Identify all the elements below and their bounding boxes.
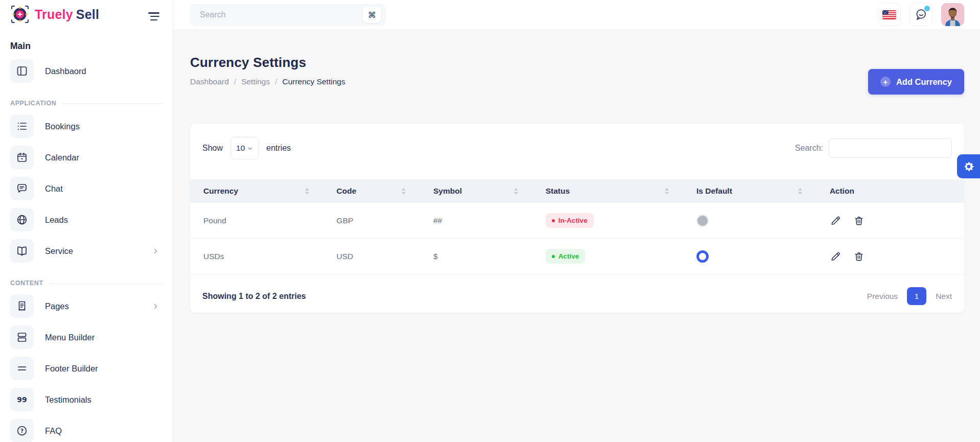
sidebar-item-leads[interactable]: Leads xyxy=(10,208,164,231)
status-dot-icon xyxy=(552,255,555,258)
breadcrumb: Dashboard/Settings/Currency Settings xyxy=(190,77,345,86)
gear-icon xyxy=(963,161,974,172)
main-content: Currency Settings Dashboard/Settings/Cur… xyxy=(173,29,980,442)
column-header-currency[interactable]: Currency xyxy=(190,179,323,203)
page-number-1[interactable]: 1 xyxy=(907,287,926,305)
status-cell: In-Active xyxy=(532,203,683,239)
dashboard-icon xyxy=(10,59,34,83)
breadcrumb-separator: / xyxy=(275,77,277,86)
sidebar-section-application: APPLICATION xyxy=(10,100,164,107)
table-search-label: Search: xyxy=(795,144,823,153)
svg-text:?: ? xyxy=(20,428,24,434)
sidebar-item-service[interactable]: Service xyxy=(10,239,164,263)
chevron-right-icon xyxy=(152,247,159,255)
breadcrumb-separator: / xyxy=(234,77,236,86)
sidebar-item-label: Leads xyxy=(45,215,68,225)
brand-name-secondary: Sell xyxy=(76,7,99,21)
sidebar-item-menu-builder[interactable]: Menu Builder xyxy=(10,325,164,349)
column-header-label: Code xyxy=(337,187,357,195)
sidebar-item-label: FAQ xyxy=(45,426,62,436)
global-search-input[interactable] xyxy=(200,10,363,19)
is-default-cell xyxy=(683,203,816,239)
table-body: PoundGBP##In-ActiveUSDsUSD$Active xyxy=(190,203,964,274)
action-buttons xyxy=(830,203,964,238)
status-badge: In-Active xyxy=(546,213,594,228)
brand-logo[interactable]: TruelySell xyxy=(10,0,164,22)
testimonials-icon: 99 xyxy=(10,388,34,411)
sidebar-item-pages[interactable]: Pages xyxy=(10,294,164,318)
action-cell-wrap xyxy=(816,239,964,274)
language-flag-button[interactable] xyxy=(878,3,901,26)
sidebar-item-footer-builder[interactable]: Footer Builder xyxy=(10,357,164,380)
sidebar-item-label: Menu Builder xyxy=(45,333,95,342)
page-size-select[interactable]: 10 xyxy=(230,137,259,159)
svg-text:99: 99 xyxy=(17,396,27,404)
sidebar-item-faq[interactable]: ?FAQ xyxy=(10,419,164,442)
sidebar-item-label: Testimonials xyxy=(45,395,91,405)
edit-button[interactable] xyxy=(830,251,841,262)
calendar-icon xyxy=(10,146,34,169)
column-header-label: Status xyxy=(546,187,570,195)
brand-logo-icon xyxy=(10,5,30,24)
breadcrumb-link-dashboard[interactable]: Dashboard xyxy=(190,77,229,86)
add-currency-label: Add Currency xyxy=(896,77,952,87)
column-header-code[interactable]: Code xyxy=(323,179,420,203)
brand-name-primary: Truely xyxy=(35,7,73,21)
chevron-right-icon xyxy=(152,303,159,310)
column-header-symbol[interactable]: Symbol xyxy=(420,179,532,203)
messages-button[interactable] xyxy=(909,3,932,26)
section-label: APPLICATION xyxy=(10,100,56,107)
section-divider xyxy=(62,103,164,104)
sidebar-item-testimonials[interactable]: 99Testimonials xyxy=(10,388,164,411)
status-label: In-Active xyxy=(558,217,588,224)
user-avatar[interactable] xyxy=(941,3,964,26)
topbar: ⌘ xyxy=(173,0,980,29)
global-search: ⌘ xyxy=(190,4,386,26)
table-search-input[interactable] xyxy=(829,138,952,158)
sidebar-item-calendar[interactable]: Calendar xyxy=(10,146,164,169)
theme-settings-button[interactable] xyxy=(957,154,980,178)
currency-table: CurrencyCodeSymbolStatusIs DefaultAction… xyxy=(190,179,964,274)
sidebar-item-dashbaord[interactable]: Dashbaord xyxy=(10,59,164,83)
symbol-cell: $ xyxy=(420,239,532,274)
add-currency-button[interactable]: Add Currency xyxy=(868,69,964,95)
currency-cell: USDs xyxy=(190,239,323,274)
breadcrumb-link-settings[interactable]: Settings xyxy=(241,77,270,86)
delete-button[interactable] xyxy=(853,251,865,262)
entries-label: entries xyxy=(266,144,291,153)
column-header-is-default[interactable]: Is Default xyxy=(683,179,816,203)
code-cell: GBP xyxy=(323,203,420,239)
is-default-cell xyxy=(683,239,816,274)
section-divider xyxy=(50,283,164,284)
page-title: Currency Settings xyxy=(190,55,345,71)
sidebar-section-content: CONTENT xyxy=(10,280,164,287)
previous-page-button[interactable]: Previous xyxy=(867,292,898,301)
sort-icon xyxy=(402,188,406,195)
currency-cell: Pound xyxy=(190,203,323,239)
command-key-icon: ⌘ xyxy=(363,7,381,23)
sidebar-nav: DashbaordAPPLICATIONBookingsCalendarChat… xyxy=(10,59,164,442)
topbar-actions xyxy=(878,3,964,26)
us-flag-icon xyxy=(882,10,896,19)
sort-icon xyxy=(665,188,669,195)
sidebar-item-label: Bookings xyxy=(45,122,80,131)
sidebar-item-label: Chat xyxy=(45,184,63,194)
next-page-button[interactable]: Next xyxy=(936,292,952,301)
sidebar-item-bookings[interactable]: Bookings xyxy=(10,114,164,138)
column-header-status[interactable]: Status xyxy=(532,179,683,203)
action-buttons xyxy=(830,239,964,274)
status-label: Active xyxy=(558,252,579,260)
bookings-icon xyxy=(10,114,34,138)
sidebar-toggle-icon[interactable] xyxy=(148,12,160,22)
status-cell: Active xyxy=(532,239,683,274)
code-cell: USD xyxy=(323,239,420,274)
default-radio[interactable] xyxy=(696,215,709,227)
sort-icon xyxy=(798,188,802,195)
edit-button[interactable] xyxy=(830,215,841,226)
delete-button[interactable] xyxy=(853,215,865,226)
sidebar-item-chat[interactable]: Chat xyxy=(10,177,164,200)
faq-icon: ? xyxy=(10,419,34,442)
sidebar: TruelySell Main DashbaordAPPLICATIONBook… xyxy=(0,0,173,442)
default-radio[interactable] xyxy=(696,250,709,263)
column-header-action: Action xyxy=(816,179,964,203)
